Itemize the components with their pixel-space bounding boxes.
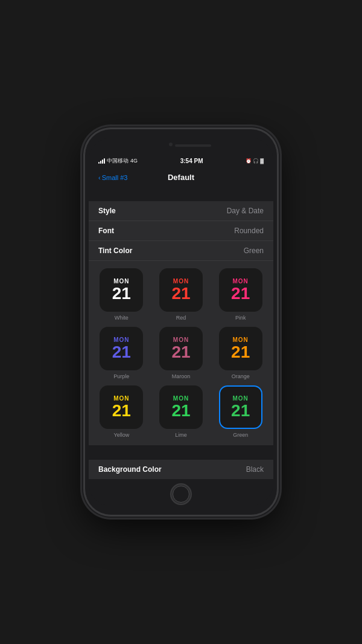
network-label: 4G <box>130 158 138 164</box>
section-divider-1 <box>89 187 273 199</box>
widget-date-green: 21 <box>231 402 250 419</box>
status-left: 中国移动 4G <box>98 157 138 165</box>
color-label-orange: Orange <box>232 373 250 379</box>
color-grid: MON21WhiteMON21RedMON21PinkMON21PurpleMO… <box>89 261 273 445</box>
widget-date-yellow: 21 <box>112 402 131 419</box>
color-label-maroon: Maroon <box>172 373 191 379</box>
color-label-green: Green <box>233 432 248 438</box>
home-button[interactable] <box>170 483 192 505</box>
color-item-pink[interactable]: MON21Pink <box>214 268 267 321</box>
status-time: 3:54 PM <box>180 158 203 164</box>
status-bar: 中国移动 4G 3:54 PM ⏰ 🎧 ▓ <box>89 155 273 167</box>
widget-date-red: 21 <box>171 285 190 302</box>
color-widget-lime[interactable]: MON21 <box>159 385 203 429</box>
nav-header: ‹ Small #3 Default <box>89 167 273 187</box>
color-label-red: Red <box>176 315 186 321</box>
style-row[interactable]: Style Day & Date <box>89 201 273 221</box>
speaker-bar <box>175 144 211 147</box>
bg-color-row[interactable]: Background Color Black <box>89 460 273 479</box>
font-row[interactable]: Font Rounded <box>89 221 273 241</box>
color-label-purple: Purple <box>113 373 129 379</box>
color-widget-orange[interactable]: MON21 <box>219 327 262 370</box>
font-label: Font <box>98 227 114 235</box>
chevron-left-icon: ‹ <box>98 174 101 181</box>
color-label-pink: Pink <box>235 315 246 321</box>
widget-date-pink: 21 <box>231 285 250 302</box>
widget-date-orange: 21 <box>231 344 250 361</box>
widget-date-purple: 21 <box>112 344 131 361</box>
tint-label: Tint Color <box>98 246 132 255</box>
nav-back-label: Small #3 <box>102 174 128 181</box>
color-item-white[interactable]: MON21White <box>95 268 148 321</box>
settings-section: Style Day & Date Font Rounded Tint Color… <box>89 201 273 445</box>
signal-bars <box>98 158 105 164</box>
color-label-yellow: Yellow <box>113 432 129 438</box>
color-widget-red[interactable]: MON21 <box>159 268 203 312</box>
color-item-lime[interactable]: MON21Lime <box>154 385 208 438</box>
widget-date-maroon: 21 <box>171 344 190 361</box>
signal-bar-3 <box>102 159 103 164</box>
battery-icon: ▓ <box>260 158 264 164</box>
home-button-inner <box>173 486 189 503</box>
bg-section: Background Color Black <box>89 460 273 479</box>
style-value: Day & Date <box>227 207 264 215</box>
color-item-orange[interactable]: MON21Orange <box>214 327 267 379</box>
signal-bar-2 <box>100 161 101 164</box>
bg-label: Background Color <box>98 465 162 474</box>
color-item-red[interactable]: MON21Red <box>154 268 208 321</box>
color-widget-yellow[interactable]: MON21 <box>100 385 143 429</box>
color-widget-white[interactable]: MON21 <box>100 268 143 312</box>
nav-back-button[interactable]: ‹ Small #3 <box>98 174 127 181</box>
phone-screen: 中国移动 4G 3:54 PM ⏰ 🎧 ▓ ‹ Small #3 Default <box>89 138 273 506</box>
font-value: Rounded <box>234 227 264 235</box>
nav-title: Default <box>168 173 194 182</box>
phone-frame: 中国移动 4G 3:54 PM ⏰ 🎧 ▓ ‹ Small #3 Default <box>84 129 278 515</box>
color-item-green[interactable]: MON21Green <box>214 385 267 438</box>
widget-date-lime: 21 <box>171 402 190 419</box>
alarm-icon: ⏰ <box>246 158 252 164</box>
color-label-white: White <box>115 315 129 321</box>
signal-bar-1 <box>98 162 100 164</box>
carrier-label: 中国移动 <box>107 157 129 165</box>
color-item-purple[interactable]: MON21Purple <box>95 327 148 379</box>
headphone-icon: 🎧 <box>253 158 259 164</box>
notch-area <box>89 138 273 155</box>
bg-value: Black <box>246 465 264 474</box>
style-label: Style <box>98 207 116 215</box>
section-divider-2 <box>89 445 273 457</box>
color-item-yellow[interactable]: MON21Yellow <box>95 385 148 438</box>
color-widget-purple[interactable]: MON21 <box>100 327 143 370</box>
color-widget-maroon[interactable]: MON21 <box>159 327 203 370</box>
camera-dot <box>169 143 173 146</box>
content-area[interactable]: ‹ Small #3 Default Style Day & Date Font… <box>89 167 273 506</box>
color-widget-green[interactable]: MON21 <box>219 385 262 429</box>
color-item-maroon[interactable]: MON21Maroon <box>154 327 208 379</box>
status-right: ⏰ 🎧 ▓ <box>246 158 264 164</box>
tint-value: Green <box>244 246 264 255</box>
color-label-lime: Lime <box>175 432 187 438</box>
signal-bar-4 <box>104 158 105 164</box>
tint-row[interactable]: Tint Color Green <box>89 241 273 261</box>
color-widget-pink[interactable]: MON21 <box>219 268 262 312</box>
widget-date-white: 21 <box>112 285 131 302</box>
